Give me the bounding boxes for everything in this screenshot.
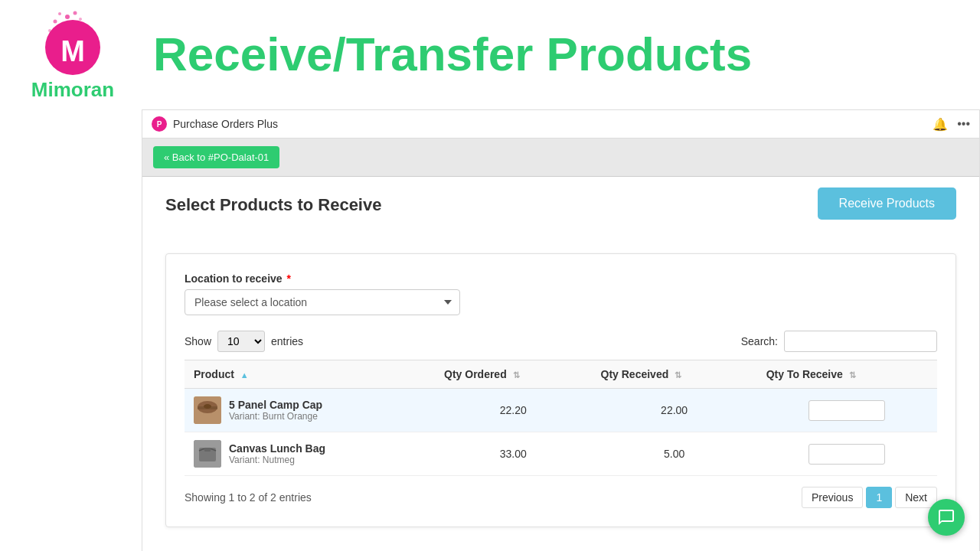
svg-point-1: [58, 12, 61, 15]
entries-select[interactable]: 10 25 50 100: [217, 331, 265, 352]
products-table: Product ▲ Qty Ordered ⇅ Qty Received ⇅: [185, 360, 937, 476]
show-entries: Show 10 25 50 100 entries: [185, 331, 303, 352]
page-title: Select Products to Receive: [165, 195, 381, 215]
products-card: Location to receive * Please select a lo…: [165, 253, 956, 527]
table-row: Canvas Lunch Bag Variant: Nutmeg 33.00 5…: [185, 432, 937, 476]
show-label: Show: [185, 335, 211, 347]
svg-text:M: M: [60, 35, 85, 67]
chat-icon: [937, 508, 956, 527]
main-content: Select Products to Receive Receive Produ…: [142, 177, 979, 546]
location-select[interactable]: Please select a location: [185, 289, 460, 315]
svg-point-2: [74, 11, 77, 15]
svg-point-4: [54, 20, 57, 24]
sort-qty-ordered-icon: ⇅: [513, 370, 520, 380]
qty-ordered-2: 33.00: [435, 432, 592, 476]
svg-rect-14: [204, 448, 211, 452]
table-header-row: Product ▲ Qty Ordered ⇅ Qty Received ⇅: [185, 360, 937, 389]
showing-text: Showing 1 to 2 of 2 entries: [185, 491, 312, 504]
app-name: Purchase Orders Plus: [173, 118, 278, 130]
search-area: Search:: [741, 331, 937, 352]
notification-icon[interactable]: 🔔: [933, 117, 948, 132]
qty-ordered-1: 22.20: [435, 389, 592, 432]
entries-label: entries: [271, 335, 303, 347]
app-icon: P: [152, 116, 167, 132]
svg-point-3: [79, 18, 82, 21]
product-name-2: Canvas Lunch Bag: [229, 442, 325, 455]
chat-bubble[interactable]: [928, 499, 965, 536]
location-form-group: Location to receive * Please select a lo…: [185, 272, 937, 315]
more-options-icon[interactable]: •••: [957, 117, 970, 131]
required-indicator: *: [284, 272, 291, 285]
back-nav: « Back to #PO-Dalat-01: [142, 139, 979, 177]
previous-button[interactable]: Previous: [802, 487, 863, 508]
product-cell-2: Canvas Lunch Bag Variant: Nutmeg: [185, 432, 435, 476]
sort-qty-to-receive-icon: ⇅: [849, 370, 856, 380]
logo-text: Mimoran: [31, 78, 114, 102]
next-button[interactable]: Next: [895, 487, 937, 508]
table-row: 5 Panel Camp Cap Variant: Burnt Orange 2…: [185, 389, 937, 432]
col-qty-ordered[interactable]: Qty Ordered ⇅: [435, 360, 592, 389]
product-variant-2: Variant: Nutmeg: [229, 455, 325, 465]
qty-to-receive-cell-1: [757, 389, 937, 432]
qty-received-1: 22.00: [592, 389, 757, 432]
table-controls: Show 10 25 50 100 entries Search:: [185, 331, 937, 352]
pagination-buttons: Previous 1 Next: [802, 487, 937, 508]
logo-icon: M: [38, 8, 107, 77]
product-cell-1: 5 Panel Camp Cap Variant: Burnt Orange: [185, 389, 435, 432]
page-1-button[interactable]: 1: [866, 487, 892, 508]
qty-received-2: 5.00: [592, 432, 757, 476]
search-label: Search:: [741, 335, 778, 347]
col-qty-received[interactable]: Qty Received ⇅: [592, 360, 757, 389]
qty-to-receive-input-2[interactable]: [808, 444, 885, 465]
qty-to-receive-cell-2: [757, 432, 937, 476]
app-window: P Purchase Orders Plus 🔔 ••• « Back to #…: [142, 109, 980, 551]
svg-point-11: [204, 404, 211, 409]
app-topbar: P Purchase Orders Plus 🔔 •••: [142, 110, 979, 139]
product-image-2: [194, 440, 221, 468]
receive-products-button[interactable]: Receive Products: [818, 187, 956, 220]
sort-product-icon: ▲: [240, 370, 249, 380]
product-variant-1: Variant: Burnt Orange: [229, 411, 322, 422]
sort-qty-received-icon: ⇅: [675, 370, 681, 380]
col-product[interactable]: Product ▲: [185, 360, 435, 389]
page-main-title: Receive/Transfer Products: [153, 28, 752, 80]
search-input[interactable]: [784, 331, 937, 352]
location-label: Location to receive *: [185, 272, 937, 285]
back-button[interactable]: « Back to #PO-Dalat-01: [153, 146, 279, 168]
qty-to-receive-input-1[interactable]: [808, 400, 885, 421]
product-image-1: [194, 396, 221, 424]
svg-point-0: [65, 15, 70, 19]
product-name-1: 5 Panel Camp Cap: [229, 399, 322, 411]
col-qty-to-receive[interactable]: Qty To Receive ⇅: [757, 360, 937, 389]
pagination-area: Showing 1 to 2 of 2 entries Previous 1 N…: [185, 487, 937, 508]
